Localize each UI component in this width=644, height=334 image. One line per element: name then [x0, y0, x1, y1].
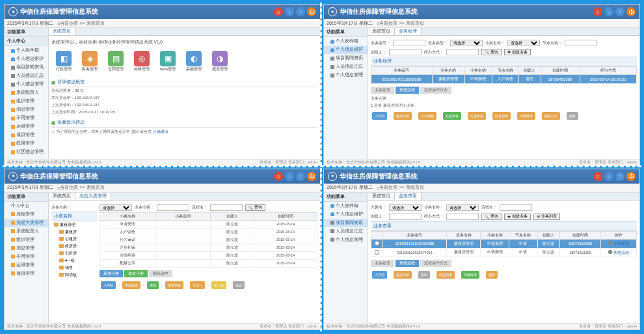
tab-flow-mgmt[interactable]: 流程大类管理 [75, 193, 111, 200]
table-row[interactable]: 申请受理陈立波2015-03-14 [100, 220, 317, 228]
upload-button[interactable]: ↑ [615, 172, 624, 181]
flow-tab-view[interactable]: 查看流程 [396, 260, 419, 267]
tab-home[interactable]: 系统首页 [49, 28, 75, 35]
quick-icon-行政管理[interactable]: ◧行政管理 [53, 51, 75, 72]
tab-home[interactable]: 系统首页 [368, 28, 395, 35]
upload-button[interactable]: ↑ [296, 7, 305, 16]
sidebar-item[interactable]: 消息管理 [5, 244, 48, 253]
input-creator[interactable] [389, 214, 422, 220]
sidebar-item[interactable]: 不用管理 [5, 253, 48, 261]
table-row[interactable]: 区县初审陈立波2015-03-14 [100, 244, 317, 251]
search-button[interactable]: 🔍查询 [245, 204, 265, 211]
flow-node[interactable]: 送达 [233, 281, 245, 289]
tab-business[interactable]: 业务处理 [395, 28, 422, 35]
sidebar-item[interactable]: 项目管理 [5, 270, 48, 278]
table-row[interactable]: 配租公示陈立波2015-03-14 [100, 259, 317, 267]
flow-node[interactable]: 入户初 [101, 281, 116, 289]
quick-icon-财务管理[interactable]: ◈财务管理 [79, 51, 101, 72]
input-biz-no[interactable] [393, 40, 425, 46]
sidebar-item-unused[interactable]: 不用管理 [5, 114, 48, 122]
flow-node[interactable]: 审核 [147, 281, 159, 289]
quick-icon-报表管理[interactable]: ◑报表管理 [209, 51, 231, 72]
flow-tab-handle[interactable]: 业务处理 [371, 87, 394, 94]
sidebar-item-flow-active[interactable]: 流程大类管理 [5, 219, 48, 227]
upload-button[interactable]: ↑ [296, 172, 305, 181]
select-sub[interactable]: 请选择 [446, 204, 479, 211]
tree-item[interactable]: 廉租房 [51, 229, 97, 236]
flow-node[interactable]: 提交审核 [394, 271, 412, 279]
sidebar-item-inbox[interactable]: 个人收件箱 [5, 46, 48, 55]
flow-node[interactable]: 配租 [486, 271, 498, 279]
sidebar-item-community[interactable]: 社区信息管理 [5, 148, 48, 156]
list-button[interactable]: ☰业务列表 [533, 214, 560, 220]
flow-node[interactable]: 市级终审 [461, 271, 479, 279]
quick-icon-采购管理[interactable]: ◐采购管理 [183, 51, 205, 72]
sidebar-item[interactable]: 流程管理 [5, 210, 48, 219]
sidebar-item-active[interactable]: 个人信息维护 [324, 46, 368, 54]
tree-item[interactable]: 廉租管理 [51, 221, 97, 229]
flow-tab-handle[interactable]: 业务处理 [371, 260, 394, 267]
select-cat[interactable]: 请选择 [389, 204, 422, 211]
flow-tab-view[interactable]: 查看流程 [396, 87, 419, 94]
download-button[interactable]: ↓ [285, 172, 294, 181]
btn-add-sub[interactable]: 新增小类 [100, 270, 123, 277]
sidebar-item[interactable]: 个人中心 [5, 202, 48, 210]
home-button[interactable]: ⌂ [593, 7, 602, 16]
home-button[interactable]: ⌂ [274, 7, 283, 16]
flow-node[interactable]: 配租公示 [542, 112, 560, 120]
sidebar-item-info[interactable]: 个人信息管理 [5, 80, 48, 89]
row-checkbox[interactable] [375, 250, 379, 255]
upload-button[interactable]: ↑ [615, 7, 624, 16]
create-button[interactable]: ✚创建业务 [504, 214, 531, 220]
table-row[interactable]: 社区审议陈立波2015-03-14 [100, 236, 317, 244]
download-button[interactable]: ↓ [604, 7, 613, 16]
download-button[interactable]: ↓ [604, 172, 613, 181]
home-button[interactable]: ⌂ [274, 172, 283, 181]
tab-biz-view[interactable]: 业务查看 [395, 193, 422, 200]
input-flow[interactable] [210, 204, 243, 211]
flow-node[interactable]: 提交审核 [394, 112, 412, 120]
sidebar-item[interactable]: 个人收件箱 [324, 202, 368, 210]
btn-delete[interactable]: 删除选中 [149, 270, 172, 277]
flow-node[interactable]: 入户调查 [418, 112, 436, 120]
download-button[interactable]: ↓ [285, 7, 294, 16]
sidebar-item[interactable]: 项目新闻资讯 [324, 54, 368, 63]
select-biz-type[interactable]: 请选择 [450, 40, 483, 46]
tab-home[interactable]: 系统首页 [368, 193, 395, 200]
flow-tab-log[interactable]: 流程操作日志 [420, 87, 451, 94]
flow-node[interactable]: 节点一 [190, 281, 205, 289]
power-button[interactable]: ⏻ [626, 172, 636, 181]
sidebar-item[interactable]: 个人信息管理 [324, 71, 368, 79]
table-row[interactable]: 201503161525374911廉租房管理申请受理申请陈立波18973213… [371, 248, 637, 257]
table-row-selected[interactable]: 201503170116588688廉租房管理申请受理入户调查潘亮1870843… [371, 75, 637, 84]
flow-tab-log[interactable]: 流程操作日志 [420, 260, 451, 267]
sidebar-item[interactable]: 个人信息维护 [324, 210, 368, 219]
flow-node[interactable]: 复审 [418, 271, 430, 279]
flow-node[interactable]: 社区审核 [443, 112, 461, 120]
flow-node[interactable]: 复审审核 [165, 281, 183, 289]
input-node[interactable] [565, 40, 597, 46]
flow-node[interactable]: 入户初 [372, 271, 387, 279]
flow-node[interactable]: 审核提交 [122, 281, 141, 289]
input-sub[interactable] [157, 204, 189, 211]
sidebar-item[interactable]: 人员信息汇总 [324, 227, 368, 236]
table-row[interactable]: 市级终审陈立波2015-03-14 [100, 251, 317, 259]
select-cat[interactable]: 请选择 [100, 204, 132, 211]
flow-node[interactable]: 市级终审 [517, 112, 535, 120]
row-checkbox[interactable] [375, 241, 379, 245]
home-button[interactable]: ⌂ [593, 172, 602, 181]
sidebar-item[interactable]: 组织管理 [5, 236, 48, 244]
search-button[interactable]: 🔍查询 [481, 214, 502, 220]
flow-node[interactable]: 街道初审 [436, 271, 455, 279]
quick-icon-base管理[interactable]: ▣base管理 [157, 51, 179, 72]
input-creator[interactable] [389, 49, 422, 55]
create-button[interactable]: ✚创建业务 [504, 49, 531, 55]
sidebar-item-org[interactable]: 组织管理 [5, 97, 48, 105]
sidebar-item[interactable]: 个人信息管理 [324, 236, 368, 244]
table-row[interactable]: 201503161515032888廉租房管理申请受理申请陈立波18972615… [371, 239, 637, 248]
quick-icon-材料管理[interactable]: ◎材料管理 [131, 51, 153, 72]
sidebar-item-ops[interactable]: 运维管理 [5, 122, 48, 131]
action-link[interactable]: 业务处理 [613, 242, 629, 245]
tree-item[interactable]: 回访组 [51, 271, 97, 279]
power-button[interactable]: ⏻ [307, 172, 316, 181]
